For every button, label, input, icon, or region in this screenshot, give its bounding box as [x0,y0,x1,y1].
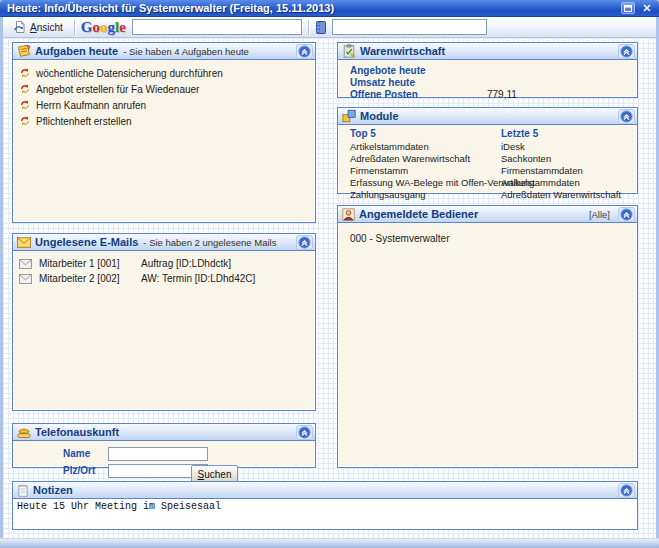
task-label: Angebot erstellen für Fa Wiedenauer [36,84,199,95]
warenwirtschaft-row: Umsatz heute [350,76,637,88]
panel-aufgaben-header: Aufgaben heute - Sie haben 4 Aufgaben he… [13,43,315,60]
collapse-button[interactable] [618,109,635,124]
panel-bediener-header: Angemeldete Bediener [Alle] [338,206,637,223]
restore-icon [624,5,632,12]
email-subject: Auftrag [ID:LDhdctk] [141,258,309,269]
user-icon [342,208,355,221]
module-link[interactable]: Sachkonten [501,153,621,165]
notizen-textarea[interactable]: Heute 15 Uhr Meeting im Speisesaal [13,499,637,529]
google-search-input[interactable] [132,19,302,35]
notes-icon [17,484,29,497]
toolbar-separator [308,20,309,35]
notizen-editor-wrap: Heute 15 Uhr Meeting im Speisesaal [13,499,637,529]
task-label: wöchentliche Datensicherung durchführen [36,68,223,79]
close-icon [643,4,651,12]
email-item[interactable]: Mitarbeiter 1 [001] Auftrag [ID:LDhdctk] [13,256,315,271]
envelope-icon [19,259,39,269]
warenwirtschaft-row: Angebote heute [350,64,637,76]
task-label: Pflichtenheft erstellen [36,116,132,127]
app-window: Heute: Info/Übersicht für Systemverwalte… [0,0,659,548]
quick-lookup-input[interactable] [332,19,487,35]
module-lists: Top 5 Artikelstammdaten Adreßdaten Waren… [338,125,637,194]
panel-notizen: Notizen Heute 15 Uhr Meeting im Speisesa… [12,481,638,530]
email-from: Mitarbeiter 1 [001] [39,258,141,269]
tasks-list: wöchentliche Datensicherung durchführen … [13,60,315,129]
bediener-item: 000 - Systemverwalter [350,233,637,246]
panel-title: Notizen [33,484,73,496]
angebote-heute-link[interactable]: Angebote heute [350,65,426,76]
collapse-button[interactable] [618,44,635,59]
panel-telefon-header: Telefonauskunft [13,424,315,441]
clipboard-icon [342,44,356,58]
close-window-button[interactable] [640,2,654,14]
desktop-area: Aufgaben heute - Sie haben 4 Aufgaben he… [3,38,656,538]
task-icon [19,99,31,111]
warenwirtschaft-row: Offene Posten 779,11 [350,88,637,100]
panel-emails: Ungelesene E-Mails - Sie haben 2 ungeles… [12,233,316,411]
panel-bediener: Angemeldete Bediener [Alle] 000 - System… [337,205,638,468]
task-icon [19,67,31,79]
panel-title: Warenwirtschaft [360,45,445,57]
task-icon [19,115,31,127]
name-label: Name [63,448,108,459]
modules-icon [342,109,356,123]
email-item[interactable]: Mitarbeiter 2 [002] AW: Termin [ID:LDhd4… [13,271,315,286]
panel-aufgaben: Aufgaben heute - Sie haben 4 Aufgaben he… [12,42,316,223]
task-label: Herrn Kaufmann anrufen [36,100,146,111]
panel-module-header: Module [338,108,637,125]
module-link[interactable]: iDesk [501,141,621,153]
panel-subtitle: - Sie haben 2 ungelesene Mails [143,237,276,248]
bediener-list: 000 - Systemverwalter [338,223,637,246]
row-value: 779,11 [487,89,517,100]
email-from: Mitarbeiter 2 [002] [39,273,141,284]
module-link[interactable]: Artikelstammdaten [501,177,621,189]
task-item[interactable]: Angebot erstellen für Fa Wiedenauer [13,81,315,97]
alle-link[interactable]: [Alle] [589,209,610,220]
panel-title: Angemeldete Bediener [359,208,478,220]
panel-title: Module [360,110,399,122]
envelope-icon [19,274,39,284]
collapse-button[interactable] [296,425,313,440]
phonebook-icon [315,21,326,34]
google-logo: Google [81,20,126,35]
umsatz-heute-link[interactable]: Umsatz heute [350,77,415,88]
collapse-button[interactable] [296,44,313,59]
offene-posten-link[interactable]: Offene Posten [350,89,418,100]
panel-title: Ungelesene E-Mails [35,236,138,248]
task-item[interactable]: Herrn Kaufmann anrufen [13,97,315,113]
collapse-button[interactable] [618,483,635,498]
panel-module: Module Top 5 Artikelstammdaten Adreßdate… [337,107,638,194]
panel-emails-header: Ungelesene E-Mails - Sie haben 2 ungeles… [13,234,315,251]
module-letzte5-column: Letzte 5 iDesk Sachkonten Firmenstammdat… [501,128,621,201]
warenwirtschaft-list: Angebote heute Umsatz heute Offene Poste… [338,60,637,100]
mail-icon [17,237,31,248]
collapse-button[interactable] [296,235,313,250]
panel-telefon: Telefonauskunft Name Plz/Ort Suchen [12,423,316,468]
panel-title: Aufgaben heute [35,45,118,57]
window-bottom-frame [0,538,659,548]
plz-ort-label: Plz/Ort [63,465,108,476]
name-input[interactable] [108,447,208,461]
panel-subtitle: - Sie haben 4 Aufgaben heute [123,46,249,57]
emails-list: Mitarbeiter 1 [001] Auftrag [ID:LDhdctk]… [13,251,315,286]
letzte5-header: Letzte 5 [501,128,621,141]
restore-window-button[interactable] [621,2,635,14]
module-link[interactable]: Adreßdaten Warenwirtschaft [501,189,621,201]
tasks-icon [17,44,31,58]
telefon-form: Name Plz/Ort Suchen [13,441,315,478]
toolbar-separator [74,20,75,35]
panel-warenwirtschaft-header: Warenwirtschaft [338,43,637,60]
titlebar: Heute: Info/Übersicht für Systemverwalte… [0,0,659,17]
window-title: Heute: Info/Übersicht für Systemverwalte… [7,2,334,14]
task-item[interactable]: wöchentliche Datensicherung durchführen [13,65,315,81]
ansicht-icon [13,20,27,34]
ansicht-button[interactable]: Ansicht [8,18,68,36]
phone-icon [17,426,31,438]
panel-notizen-header: Notizen [13,482,637,499]
email-subject: AW: Termin [ID:LDhd42C] [141,273,309,284]
task-icon [19,83,31,95]
toolbar: Ansicht Google [3,17,656,38]
task-item[interactable]: Pflichtenheft erstellen [13,113,315,129]
collapse-button[interactable] [618,207,635,222]
module-link[interactable]: Firmenstammdaten [501,165,621,177]
